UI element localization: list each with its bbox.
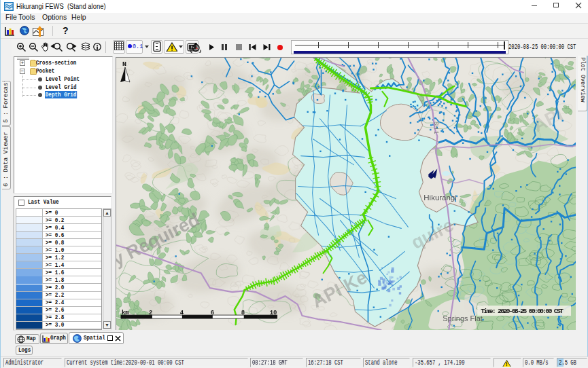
svg-text:Springs Flat: Springs Flat xyxy=(443,314,483,323)
svg-text:N: N xyxy=(122,60,126,68)
svg-text:Hikurangi: Hikurangi xyxy=(423,194,456,202)
svg-text:SH 1: SH 1 xyxy=(433,122,440,134)
svg-text:Time: 2020-08-25 00:00:00 CST: Time: 2020-08-25 00:00:00 CST xyxy=(481,308,564,315)
